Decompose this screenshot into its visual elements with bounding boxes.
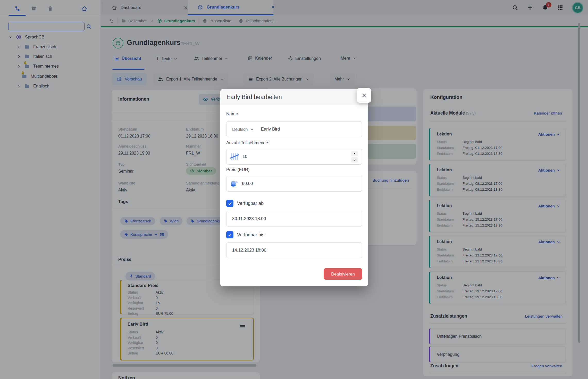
language-select[interactable]: Deutsch — [232, 127, 248, 132]
chevron-down-icon[interactable] — [250, 128, 254, 131]
name-label: Name — [226, 111, 238, 117]
from-date-input[interactable]: 30.11.2023 18:00 — [226, 211, 362, 227]
price-value[interactable]: 60.00 — [242, 181, 253, 186]
from-date-value[interactable]: 30.11.2023 18:00 — [232, 216, 266, 221]
to-checkbox[interactable] — [226, 231, 233, 238]
count-label: Anzahl Teilnehmende: — [226, 140, 269, 146]
modal-title: Early Bird bearbeiten — [226, 94, 282, 101]
app-window: SprachCB Französisch Italienisch Teamint… — [0, 0, 588, 379]
close-icon — [361, 93, 367, 98]
coins-icon — [230, 180, 238, 187]
from-label: Verfügbar ab — [237, 201, 264, 206]
caret-up-icon — [353, 152, 356, 155]
price-label: Preis (EUR) — [226, 167, 250, 172]
name-input[interactable]: Deutsch Early Bird — [226, 121, 362, 137]
tally-icon — [230, 153, 239, 160]
caret-down-icon — [353, 158, 356, 162]
deaktivieren-button[interactable]: Deaktivieren — [324, 268, 362, 280]
stepper-down-button[interactable] — [351, 157, 358, 163]
count-value[interactable]: 10 — [242, 154, 247, 159]
to-label: Verfügbar bis — [237, 232, 264, 238]
stepper-up-button[interactable] — [351, 151, 358, 156]
price-input[interactable]: 60.00 — [226, 176, 362, 192]
check-icon — [228, 233, 232, 237]
to-date-value[interactable]: 14.12.2023 18:00 — [232, 248, 266, 253]
to-date-input[interactable]: 14.12.2023 18:00 — [226, 242, 362, 258]
name-value[interactable]: Early Bird — [261, 127, 280, 132]
modal-header: Early Bird bearbeiten — [220, 89, 368, 105]
modal-close-button[interactable] — [357, 88, 371, 103]
count-input[interactable]: 10 — [226, 149, 362, 165]
check-icon — [228, 201, 232, 206]
from-checkbox[interactable] — [226, 200, 233, 207]
